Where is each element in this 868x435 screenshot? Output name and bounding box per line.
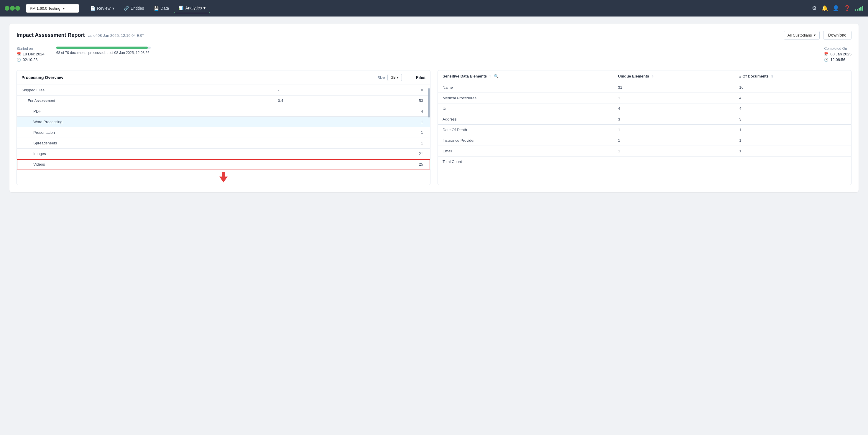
arrow-container bbox=[17, 169, 430, 185]
user-icon[interactable]: 👤 bbox=[833, 5, 839, 11]
table-row: Total Count bbox=[438, 157, 851, 167]
sort-icon-unique[interactable]: ⇅ bbox=[651, 75, 654, 78]
progress-section: Started on 📅 18 Dec 2024 🕐 02:10:28 68 o… bbox=[17, 46, 851, 62]
size-chevron-icon: ▾ bbox=[397, 75, 399, 79]
started-date-value: 📅 18 Dec 2024 bbox=[17, 52, 44, 56]
sens-unique-col: 1 bbox=[613, 93, 735, 103]
notification-icon[interactable]: 🔔 bbox=[822, 5, 828, 11]
calendar-icon: 📅 bbox=[17, 52, 21, 56]
size-label: Size bbox=[377, 75, 385, 80]
minus-icon: — bbox=[22, 98, 25, 103]
svg-point-1 bbox=[10, 6, 15, 11]
sens-element-col: Email bbox=[438, 146, 613, 157]
processing-overview-title: Processing Overview bbox=[22, 75, 377, 80]
report-header: Impact Assessment Report as of 08 Jan 20… bbox=[17, 31, 851, 39]
table-row: Email 1 1 bbox=[438, 146, 851, 157]
nav-items: 📄 Review ▾ 🔗 Entities 💾 Data 📊 Analytics… bbox=[86, 3, 810, 13]
processing-table-header: Processing Overview Size GB ▾ Files bbox=[17, 70, 430, 85]
signal-bar-5 bbox=[862, 6, 863, 11]
nav-data[interactable]: 💾 Data bbox=[150, 4, 173, 13]
proc-files-col: 1 bbox=[348, 117, 430, 127]
sens-docs-col: 1 bbox=[735, 146, 851, 157]
started-block: Started on 📅 18 Dec 2024 🕐 02:10:28 bbox=[17, 46, 44, 62]
proc-files-col: 0 bbox=[348, 85, 430, 96]
table-row: Medical Procedures 1 4 bbox=[438, 93, 851, 103]
download-button[interactable]: Download bbox=[823, 31, 851, 39]
help-icon[interactable]: ❓ bbox=[844, 5, 850, 11]
signal-bars bbox=[855, 6, 863, 11]
sens-element-col: Name bbox=[438, 82, 613, 93]
sens-unique-col bbox=[613, 157, 735, 167]
started-time-value: 🕐 02:10:28 bbox=[17, 58, 44, 62]
scrollbar[interactable] bbox=[428, 88, 430, 118]
sens-unique-col: 3 bbox=[613, 114, 735, 125]
sort-icon-elements[interactable]: ⇅ bbox=[489, 75, 492, 78]
sens-docs-col: 3 bbox=[735, 114, 851, 125]
proc-files-col: 21 bbox=[348, 148, 430, 159]
progress-bar-fill bbox=[56, 46, 148, 49]
signal-bar-3 bbox=[859, 8, 860, 11]
sens-docs-col: 4 bbox=[735, 103, 851, 114]
proc-name-col: PDF bbox=[17, 106, 273, 117]
proc-files-col: 1 bbox=[348, 127, 430, 138]
main-content: Impact Assessment Report as of 08 Jan 20… bbox=[0, 16, 868, 435]
proc-files-col: 53 bbox=[348, 96, 430, 106]
proc-name-col: Presentation bbox=[17, 127, 273, 138]
proc-files-col: 1 bbox=[348, 138, 430, 148]
project-selector[interactable]: PM 1.60.0 Testing ▾ bbox=[26, 4, 79, 13]
entities-icon: 🔗 bbox=[124, 6, 129, 11]
data-icon: 💾 bbox=[154, 6, 159, 11]
table-row: Insurance Provider 1 1 bbox=[438, 135, 851, 146]
proc-size-col: 0.4 bbox=[273, 96, 348, 106]
tables-row: Processing Overview Size GB ▾ Files Skip… bbox=[17, 70, 851, 185]
sens-docs-col: 1 bbox=[735, 125, 851, 135]
review-chevron: ▾ bbox=[112, 6, 115, 11]
sens-element-col: Total Count bbox=[438, 157, 613, 167]
signal-bar-2 bbox=[857, 9, 858, 11]
sensitive-elements-col-header: Sensitive Data Elements ⇅ 🔍 bbox=[438, 70, 613, 82]
settings-icon[interactable]: ⚙ bbox=[812, 5, 817, 11]
processing-table: Skipped Files - 0 —For Assessment 0.4 53… bbox=[17, 85, 430, 169]
custodians-chevron-icon: ▾ bbox=[814, 33, 816, 37]
table-row: Videos 25 bbox=[17, 159, 430, 170]
proc-name-col: Spreadsheets bbox=[17, 138, 273, 148]
proc-size-col bbox=[273, 159, 348, 170]
report-as-of: as of 08 Jan 2025, 12:16:04 EST bbox=[88, 33, 144, 38]
processing-overview-table: Processing Overview Size GB ▾ Files Skip… bbox=[17, 70, 431, 185]
files-column-header: Files bbox=[416, 75, 426, 80]
proc-size-col bbox=[273, 117, 348, 127]
size-unit-toggle[interactable]: GB ▾ bbox=[388, 74, 402, 81]
proc-size-col bbox=[273, 127, 348, 138]
clock-icon-2: 🕐 bbox=[824, 58, 829, 62]
search-icon[interactable]: 🔍 bbox=[494, 74, 499, 78]
proc-files-col: 25 bbox=[348, 159, 430, 170]
started-label: Started on bbox=[17, 46, 44, 51]
sort-icon-docs[interactable]: ⇅ bbox=[771, 75, 773, 78]
completed-block: Completed On 📅 08 Jan 2025 🕐 12:08:56 bbox=[824, 46, 851, 62]
sensitive-data-table-inner: Sensitive Data Elements ⇅ 🔍 Unique Eleme… bbox=[438, 70, 851, 167]
nav-analytics[interactable]: 📊 Analytics ▾ bbox=[174, 3, 210, 13]
sens-element-col: Insurance Provider bbox=[438, 135, 613, 146]
sens-unique-col: 1 bbox=[613, 146, 735, 157]
navbar: PM 1.60.0 Testing ▾ 📄 Review ▾ 🔗 Entitie… bbox=[0, 0, 868, 16]
analytics-chevron: ▾ bbox=[204, 6, 206, 10]
proc-name-col: Word Processing bbox=[17, 117, 273, 127]
table-row: Spreadsheets 1 bbox=[17, 138, 430, 148]
nav-entities[interactable]: 🔗 Entities bbox=[120, 4, 148, 13]
unique-elements-col-header: Unique Elements ⇅ bbox=[613, 70, 735, 82]
proc-files-col: 4 bbox=[348, 106, 430, 117]
table-row: Url 4 4 bbox=[438, 103, 851, 114]
svg-point-0 bbox=[5, 6, 9, 11]
table-row: —For Assessment 0.4 53 bbox=[17, 96, 430, 106]
proc-name-col: Images bbox=[17, 148, 273, 159]
progress-bar-track bbox=[56, 46, 151, 49]
proc-name-col: Videos bbox=[17, 159, 273, 170]
sens-unique-col: 31 bbox=[613, 82, 735, 93]
custodians-dropdown[interactable]: All Custodians ▾ bbox=[784, 31, 819, 39]
report-title-group: Impact Assessment Report as of 08 Jan 20… bbox=[17, 32, 144, 38]
proc-name-col: —For Assessment bbox=[17, 96, 273, 106]
sens-docs-col: 4 bbox=[735, 93, 851, 103]
sens-element-col: Medical Procedures bbox=[438, 93, 613, 103]
clock-icon: 🕐 bbox=[17, 58, 21, 62]
nav-review[interactable]: 📄 Review ▾ bbox=[86, 4, 119, 13]
